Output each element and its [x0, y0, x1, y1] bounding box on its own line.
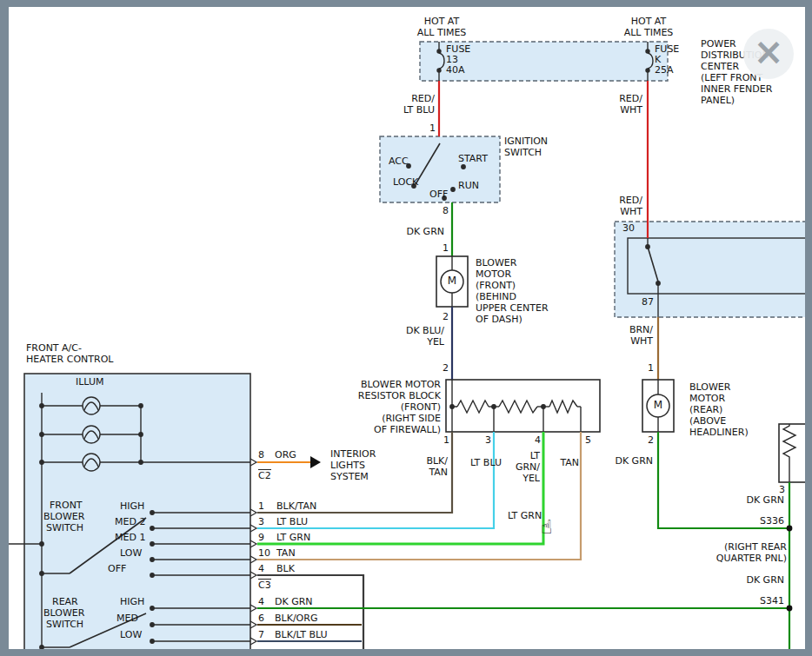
rear-row-pin-1: 4 [258, 597, 264, 607]
wire-label-blk-tan-2: TAN [429, 467, 448, 478]
front-motor-pin-out: 2 [443, 312, 449, 322]
hot-at-left-line2: ALL TIMES [417, 28, 467, 38]
wire-label-dk-grn-a: DK GRN [746, 495, 784, 506]
resistor-pin-4: 4 [535, 435, 541, 446]
rear-switch-label-3: SWITCH [46, 620, 83, 630]
ignition-pos-lock: LOCK [393, 177, 418, 188]
interior-lights-arrow [310, 456, 321, 468]
wire-label-brn-wht-1: BRN/ [629, 325, 653, 335]
fuse-13-number: 13 [446, 55, 458, 65]
control-title-line2: HEATER CONTROL [26, 355, 113, 365]
relay-pin-30: 30 [622, 223, 635, 234]
rear-switch-pos-high: HIGH [120, 597, 144, 607]
front-motor-label-3: (FRONT) [476, 281, 516, 291]
front-motor-label-1: BLOWER [476, 258, 516, 268]
resistor-pin-5: 5 [585, 435, 591, 446]
rear-row-color-1: DK GRN [275, 597, 313, 607]
wire-lt-blu [257, 432, 494, 528]
close-button[interactable]: × [743, 29, 794, 79]
wire-label-lt-grn-yel-3: YEL [522, 474, 540, 484]
rear-row-pin-2: 6 [258, 613, 264, 624]
front-motor-label-2: MOTOR [476, 269, 511, 280]
c3-color-3: LT GRN [276, 533, 310, 543]
front-motor-label-6: OF DASH) [476, 315, 522, 325]
resistor-label-1: BLOWER MOTOR [361, 380, 441, 390]
ignition-pin-out: 8 [443, 206, 449, 216]
rear-row-pin-3: 7 [258, 630, 264, 640]
c3-color-1: BLK/TAN [276, 501, 316, 512]
pdc-note-line1: POWER [701, 39, 736, 50]
wire-label-dk-grn-b: DK GRN [746, 575, 784, 586]
resistor-label-4: (RIGHT SIDE [382, 414, 441, 424]
rear-motor-label-4: (ABOVE [689, 416, 726, 427]
pdc-note-line6: PANEL) [701, 96, 735, 106]
rear-switch-label-1: REAR [52, 597, 78, 607]
relay-pin-87: 87 [642, 297, 654, 308]
c3-color-2: LT BLU [276, 517, 308, 527]
wire-label-dk-blu-yel-1: DK BLU/ [406, 326, 444, 336]
ignition-pin-in: 1 [429, 123, 436, 134]
rear-row-color-2: BLK/ORG [275, 613, 317, 624]
ignition-pos-run: RUN [458, 181, 479, 191]
wire-label-red-lt-blu-1: RED/ [411, 94, 435, 104]
resistor-label-2: RESISTOR BLOCK [358, 391, 441, 401]
resistor-pin-3: 3 [485, 435, 491, 446]
resistor-label-5: OF FIREWALL) [374, 425, 441, 435]
splice-location-line2: QUARTER PNL) [716, 553, 787, 564]
rear-resistor-pin-3: 3 [779, 485, 785, 495]
fuse-k-name: FUSE [655, 44, 679, 55]
rear-switch-label-2: BLOWER [43, 608, 84, 619]
illum-label: ILLUM [76, 377, 104, 388]
wire-label-lt-blu: LT BLU [470, 458, 502, 468]
connector-arrows [250, 459, 256, 645]
wire-label-red-wht-b2: WHT [620, 207, 642, 217]
window-border-bottom [0, 649, 812, 656]
rear-row-color-3: BLK/LT BLU [275, 630, 328, 640]
wire-label-red-lt-blu-2: LT BLU [403, 105, 435, 116]
ignition-title-line2: SWITCH [504, 148, 542, 158]
wire-label-blk-tan-1: BLK/ [426, 456, 448, 467]
front-switch-pos-off: OFF [108, 564, 126, 574]
wire-label-dk-grn-rear: DK GRN [615, 456, 653, 467]
c3-pin-2: 3 [258, 517, 264, 527]
control-title-line1: FRONT A/C- [26, 343, 82, 354]
rear-motor-label-1: BLOWER [689, 382, 730, 393]
front-motor-m: M [448, 275, 456, 287]
wire-label-dk-grn-ign: DK GRN [406, 227, 444, 237]
c2-pin: 8 [258, 450, 264, 461]
c3-pin-3: 9 [258, 533, 264, 543]
ignition-pos-off: OFF [429, 189, 448, 200]
splice-s336-label: S336 [760, 516, 784, 527]
wire-label-red-wht-a1: RED/ [619, 94, 642, 104]
fuse-13-rating: 40A [446, 65, 465, 76]
hot-at-right-line1: HOT AT [631, 17, 667, 27]
rear-motor-pin-out: 2 [648, 435, 654, 446]
close-icon: × [753, 30, 783, 73]
ignition-pos-start: START [458, 154, 488, 164]
rear-motor-label-5: HEADLINER) [689, 427, 749, 438]
interior-lights-line1: INTERIOR [330, 449, 376, 460]
wire-label-lt-grn-yel-2: GRN/ [516, 462, 540, 473]
c3-color-4: TAN [276, 548, 296, 559]
window-border-right [805, 0, 812, 656]
ignition-pos-acc: ACC [389, 156, 409, 167]
window-border-top [0, 0, 812, 7]
wiring-diagram-viewer: HOT AT ALL TIMES HOT AT ALL TIMES FUSE 1… [0, 0, 812, 656]
c3-color-5: BLK [276, 564, 295, 574]
wire-label-dk-blu-yel-2: YEL [427, 337, 444, 348]
fuse-k-number: K [655, 55, 661, 65]
c3-pin-4: 10 [258, 548, 270, 559]
rear-motor-label-2: MOTOR [689, 394, 725, 404]
rear-motor-label-3: (REAR) [689, 405, 722, 415]
pdc-note-line3: CENTER [701, 62, 739, 72]
hot-at-left-line1: HOT AT [424, 17, 460, 27]
resistor-block-symbol [446, 380, 600, 432]
window-border-left [0, 0, 9, 656]
splice-s341-label: S341 [760, 596, 784, 606]
front-switch-label-2: BLOWER [43, 512, 84, 522]
hot-at-right-line2: ALL TIMES [624, 28, 674, 38]
rear-switch-pos-med: MED [116, 613, 138, 624]
front-switch-label-3: SWITCH [46, 523, 83, 533]
c2-connector-label: C2 [258, 469, 271, 481]
cursor-hand-icon: ☝ [541, 516, 552, 538]
